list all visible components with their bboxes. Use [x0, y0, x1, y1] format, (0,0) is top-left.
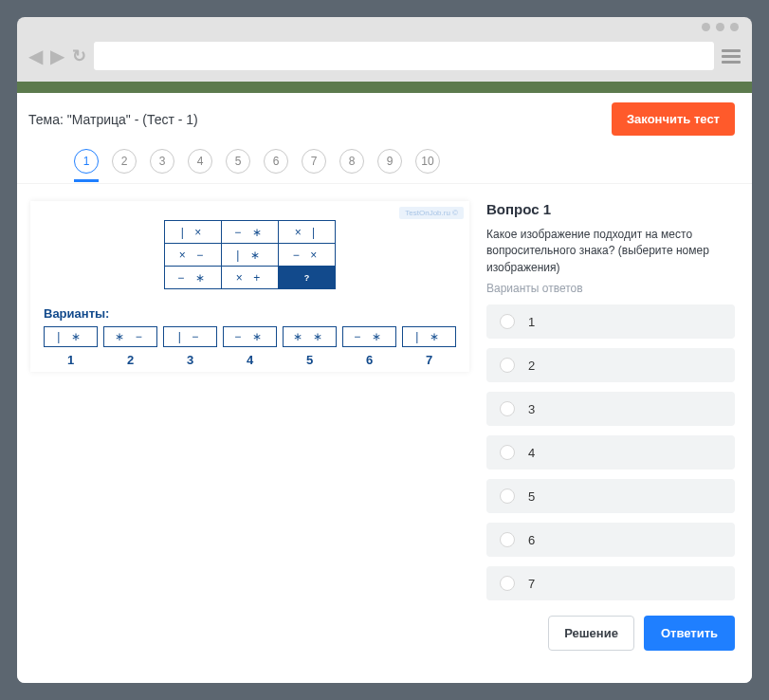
variant-cell: ∗ −	[103, 326, 157, 347]
variant-option: ∗ ∗5	[283, 326, 337, 367]
radio-icon	[500, 401, 515, 416]
answer-option[interactable]: 1	[486, 304, 735, 339]
question-nav-item[interactable]: 3	[150, 149, 174, 174]
matrix-cell: × +	[222, 267, 279, 289]
matrix-cell: − ∗	[222, 221, 279, 244]
matrix-cell: × |	[279, 221, 336, 244]
variant-cell: | ∗	[44, 326, 98, 347]
matrix-cell: − ×	[279, 244, 336, 267]
radio-icon	[500, 532, 515, 547]
question-nav-item[interactable]: 1	[74, 149, 99, 174]
variant-number: 2	[127, 353, 134, 367]
variant-number: 3	[187, 353, 193, 367]
variant-option: − ∗6	[342, 326, 396, 367]
question-nav-item[interactable]: 5	[226, 149, 250, 174]
answer-text: 3	[528, 402, 535, 416]
browser-frame: ◀ ▶ ↻ Тема: "Матрица" - (Тест - 1) Закон…	[17, 17, 752, 683]
answer-text: 4	[528, 446, 535, 460]
topic-bar: Тема: "Матрица" - (Тест - 1) Закончить т…	[17, 93, 752, 138]
variant-number: 6	[366, 353, 373, 367]
finish-test-button[interactable]: Закончить тест	[612, 102, 735, 136]
variant-option: − ∗4	[223, 326, 277, 367]
variant-cell: | ∗	[402, 326, 456, 347]
window-dot	[716, 23, 724, 31]
matrix-cell: ?	[279, 267, 336, 289]
header-strip	[17, 82, 752, 93]
forward-icon[interactable]: ▶	[50, 45, 64, 67]
question-nav-item[interactable]: 7	[302, 149, 326, 174]
answer-text: 1	[528, 315, 535, 329]
reload-icon[interactable]: ↻	[72, 46, 86, 66]
variant-cell: − ∗	[223, 326, 277, 347]
question-title: Вопрос 1	[486, 201, 735, 217]
answer-option[interactable]: 5	[486, 479, 735, 513]
question-nav-item[interactable]: 4	[188, 149, 212, 174]
answer-text: 2	[528, 359, 535, 373]
solution-button[interactable]: Решение	[548, 616, 634, 651]
matrix-cell: | ×	[165, 221, 222, 244]
variant-option: | −3	[163, 326, 217, 367]
question-image-panel: TestOnJob.ru © | ×− ∗× |× −| ∗− ×− ∗× +?…	[30, 201, 469, 372]
answer-text: 6	[528, 533, 535, 547]
question-nav-item[interactable]: 2	[112, 149, 137, 174]
question-nav-item[interactable]: 9	[377, 149, 402, 174]
action-row: Решение Ответить	[486, 616, 735, 654]
radio-icon	[500, 576, 515, 591]
answer-option[interactable]: 4	[486, 435, 735, 470]
matrix-cell: − ∗	[165, 267, 222, 289]
question-panel: Вопрос 1 Какое изображение подходит на м…	[486, 201, 735, 683]
page: Тема: "Матрица" - (Тест - 1) Закончить т…	[17, 82, 752, 683]
variant-option: ∗ −2	[103, 326, 157, 367]
variant-option: | ∗1	[44, 326, 98, 367]
variant-option: | ∗7	[402, 326, 456, 367]
variant-number: 7	[426, 353, 432, 367]
question-nav-item[interactable]: 6	[264, 149, 288, 174]
answer-option[interactable]: 7	[486, 566, 735, 600]
window-controls	[17, 17, 752, 36]
question-nav-item[interactable]: 8	[339, 149, 364, 174]
address-bar-row: ◀ ▶ ↻	[17, 36, 752, 82]
matrix-cell: × −	[165, 244, 222, 267]
variants-row: | ∗1∗ −2| −3− ∗4∗ ∗5− ∗6| ∗7	[44, 326, 456, 367]
window-dot	[702, 23, 710, 31]
answer-text: 7	[528, 577, 535, 591]
question-nav: 12345678910	[17, 138, 752, 184]
answers-list: 1234567	[486, 304, 735, 600]
variant-number: 4	[247, 353, 253, 367]
matrix-cell: | ∗	[222, 244, 279, 267]
variant-number: 1	[67, 353, 74, 367]
content: TestOnJob.ru © | ×− ∗× |× −| ∗− ×− ∗× +?…	[17, 184, 752, 683]
window-dot	[730, 23, 739, 31]
address-input[interactable]	[94, 42, 714, 70]
topic-title: Тема: "Матрица" - (Тест - 1)	[28, 112, 198, 127]
question-nav-item[interactable]: 10	[415, 149, 440, 174]
variant-cell: − ∗	[342, 326, 396, 347]
answer-option[interactable]: 6	[486, 523, 735, 557]
radio-icon	[500, 445, 515, 460]
variant-cell: | −	[163, 326, 217, 347]
variant-cell: ∗ ∗	[283, 326, 337, 347]
radio-icon	[500, 358, 515, 373]
answer-button[interactable]: Ответить	[644, 616, 735, 651]
question-text: Какое изображение подходит на место вопр…	[486, 227, 735, 276]
matrix-grid: | ×− ∗× |× −| ∗− ×− ∗× +?	[164, 220, 336, 289]
answers-label: Варианты ответов	[486, 282, 735, 295]
radio-icon	[500, 488, 515, 504]
variants-label: Варианты:	[44, 306, 456, 321]
answer-option[interactable]: 3	[486, 392, 735, 426]
watermark-label: TestOnJob.ru ©	[399, 207, 464, 219]
answer-option[interactable]: 2	[486, 348, 735, 382]
answer-text: 5	[528, 489, 535, 504]
variant-number: 5	[306, 353, 313, 367]
radio-icon	[500, 314, 515, 329]
back-icon[interactable]: ◀	[28, 45, 43, 67]
menu-icon[interactable]	[722, 49, 741, 64]
